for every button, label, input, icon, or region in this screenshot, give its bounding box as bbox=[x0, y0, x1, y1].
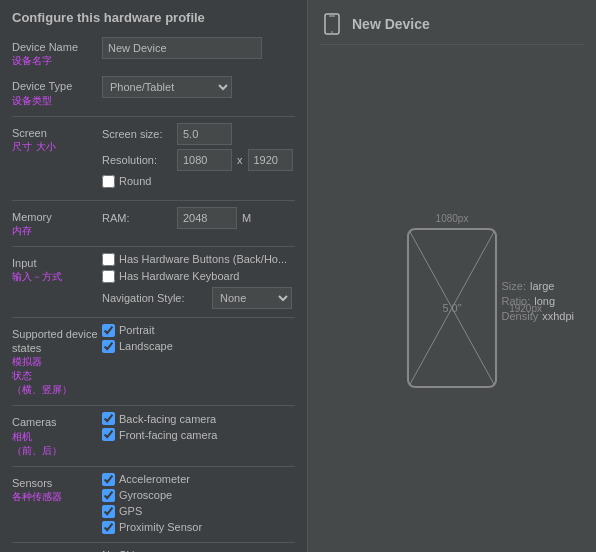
screen-chinese-1: 尺寸 bbox=[12, 140, 32, 154]
right-panel: New Device 1080px 5.0" 1920px bbox=[308, 0, 596, 552]
device-name-label-col: Device Name 设备名字 bbox=[12, 37, 102, 68]
device-preview-icon bbox=[320, 12, 344, 36]
size-spec-row: Size: large bbox=[502, 280, 574, 292]
landscape-checkbox[interactable] bbox=[102, 340, 115, 353]
states-chinese-3: （横、竖屏） bbox=[12, 383, 102, 397]
front-camera-label[interactable]: Front-facing camera bbox=[102, 428, 295, 441]
screen-control: Screen size: Resolution: x Round bbox=[102, 123, 295, 192]
svg-rect-0 bbox=[325, 14, 339, 34]
divider-3 bbox=[12, 246, 295, 247]
back-camera-text: Back-facing camera bbox=[119, 413, 216, 425]
memory-chinese: 内存 bbox=[12, 224, 102, 238]
gyroscope-text: Gyroscope bbox=[119, 489, 172, 501]
back-camera-label[interactable]: Back-facing camera bbox=[102, 412, 295, 425]
cameras-control: Back-facing camera Front-facing camera bbox=[102, 412, 295, 441]
screen-size-input[interactable] bbox=[177, 123, 232, 145]
input-label: Input bbox=[12, 256, 102, 270]
nav-style-label: Navigation Style: bbox=[102, 292, 207, 304]
width-label: 1080px bbox=[436, 213, 469, 224]
hw-buttons-checkbox[interactable] bbox=[102, 253, 115, 266]
gps-text: GPS bbox=[119, 505, 142, 517]
sensors-label: Sensors bbox=[12, 476, 102, 490]
back-camera-checkbox[interactable] bbox=[102, 412, 115, 425]
gyroscope-checkbox[interactable] bbox=[102, 489, 115, 502]
sensors-label-col: Sensors 各种传感器 bbox=[12, 473, 102, 504]
sensors-chinese: 各种传感器 bbox=[12, 490, 102, 504]
divider-4 bbox=[12, 317, 295, 318]
hw-buttons-label[interactable]: Has Hardware Buttons (Back/Ho... bbox=[102, 253, 295, 266]
cameras-chinese-1: 相机 bbox=[12, 430, 102, 444]
round-row: Round bbox=[102, 175, 295, 188]
device-type-chinese: 设备类型 bbox=[12, 94, 102, 108]
states-control: Portrait Landscape bbox=[102, 324, 295, 353]
gps-checkbox[interactable] bbox=[102, 505, 115, 518]
device-type-control: Phone/Tablet bbox=[102, 76, 295, 98]
divider-2 bbox=[12, 200, 295, 201]
divider-5 bbox=[12, 405, 295, 406]
proximity-label[interactable]: Proximity Sensor bbox=[102, 521, 295, 534]
input-row: Input 输入－方式 Has Hardware Buttons (Back/H… bbox=[12, 253, 295, 309]
screen-size-label: Screen size: bbox=[102, 128, 172, 140]
ratio-val: long bbox=[534, 295, 555, 307]
proximity-text: Proximity Sensor bbox=[119, 521, 202, 533]
device-name-control bbox=[102, 37, 295, 59]
memory-row: Memory 内存 RAM: M bbox=[12, 207, 295, 238]
size-key: Size: bbox=[502, 280, 526, 292]
states-chinese-1: 模拟器 bbox=[12, 355, 102, 369]
device-name-chinese: 设备名字 bbox=[12, 54, 102, 68]
device-type-label-col: Device Type 设备类型 bbox=[12, 76, 102, 107]
device-name-input[interactable] bbox=[102, 37, 262, 59]
cameras-chinese-2: （前、后） bbox=[12, 444, 102, 458]
proximity-checkbox[interactable] bbox=[102, 521, 115, 534]
device-type-label: Device Type bbox=[12, 79, 102, 93]
divider-7 bbox=[12, 542, 295, 543]
phone-frame-container: 1080px 5.0" 1920px bbox=[407, 213, 497, 388]
nav-row: Navigation Style: None bbox=[102, 287, 295, 309]
resolution-width-input[interactable] bbox=[177, 149, 232, 171]
accelerometer-label[interactable]: Accelerometer bbox=[102, 473, 295, 486]
round-label: Round bbox=[119, 175, 151, 187]
device-type-row: Device Type 设备类型 Phone/Tablet bbox=[12, 76, 295, 107]
screen-row: Screen 尺寸 大小 Screen size: Resolution: x bbox=[12, 123, 295, 192]
main-container: Configure this hardware profile Device N… bbox=[0, 0, 596, 552]
cameras-row: Cameras 相机 （前、后） Back-facing camera Fron… bbox=[12, 412, 295, 457]
memory-label-col: Memory 内存 bbox=[12, 207, 102, 238]
ram-input[interactable] bbox=[177, 207, 237, 229]
resolution-height-input[interactable] bbox=[248, 149, 293, 171]
gyroscope-label[interactable]: Gyroscope bbox=[102, 489, 295, 502]
phone-frame: 5.0" bbox=[407, 228, 497, 388]
device-type-select[interactable]: Phone/Tablet bbox=[102, 76, 232, 98]
screen-size-row: Screen size: bbox=[102, 123, 295, 145]
divider-1 bbox=[12, 116, 295, 117]
portrait-checkbox[interactable] bbox=[102, 324, 115, 337]
panel-title: Configure this hardware profile bbox=[12, 10, 295, 25]
hw-keyboard-checkbox[interactable] bbox=[102, 270, 115, 283]
cameras-label: Cameras bbox=[12, 415, 102, 429]
round-checkbox-label[interactable]: Round bbox=[102, 175, 151, 188]
states-label-col: Supported device states 模拟器 状态 （横、竖屏） bbox=[12, 324, 102, 398]
ratio-spec-row: Ratio: long bbox=[502, 295, 574, 307]
portrait-label[interactable]: Portrait bbox=[102, 324, 295, 337]
device-name-row: Device Name 设备名字 bbox=[12, 37, 295, 68]
round-checkbox[interactable] bbox=[102, 175, 115, 188]
states-chinese-2: 状态 bbox=[12, 369, 102, 383]
right-header: New Device bbox=[320, 12, 584, 45]
landscape-text: Landscape bbox=[119, 340, 173, 352]
device-name-label: Device Name bbox=[12, 40, 102, 54]
ram-label: RAM: bbox=[102, 212, 172, 224]
landscape-label[interactable]: Landscape bbox=[102, 340, 295, 353]
hw-keyboard-label[interactable]: Has Hardware Keyboard bbox=[102, 270, 295, 283]
screen-label-col: Screen 尺寸 大小 bbox=[12, 123, 102, 154]
screen-chinese-2: 大小 bbox=[36, 140, 56, 154]
states-row: Supported device states 模拟器 状态 （横、竖屏） Po… bbox=[12, 324, 295, 398]
nav-style-select[interactable]: None bbox=[212, 287, 292, 309]
accelerometer-checkbox[interactable] bbox=[102, 473, 115, 486]
screen-size-center-label: 5.0" bbox=[442, 302, 461, 314]
density-key: Density bbox=[502, 310, 539, 322]
front-camera-checkbox[interactable] bbox=[102, 428, 115, 441]
gps-label[interactable]: GPS bbox=[102, 505, 295, 518]
resolution-label: Resolution: bbox=[102, 154, 172, 166]
density-val: xxhdpi bbox=[542, 310, 574, 322]
cameras-label-col: Cameras 相机 （前、后） bbox=[12, 412, 102, 457]
ram-unit: M bbox=[242, 212, 251, 224]
